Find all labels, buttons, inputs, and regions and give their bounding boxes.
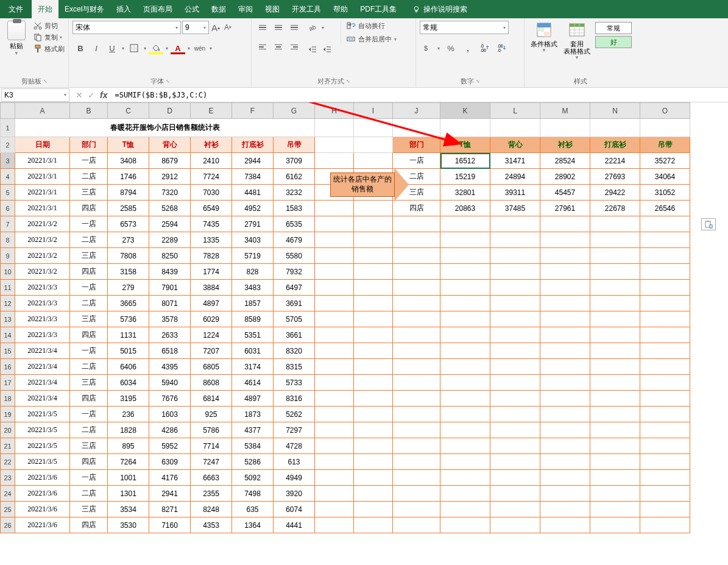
main-cell[interactable]: 3884 — [191, 280, 232, 296]
row-header-22[interactable]: 22 — [1, 454, 15, 470]
row-header-15[interactable]: 15 — [1, 343, 15, 359]
cell[interactable] — [490, 422, 540, 438]
main-cell[interactable]: 1224 — [191, 327, 232, 343]
italic-button[interactable]: I — [88, 41, 104, 55]
cell[interactable] — [440, 248, 490, 264]
cell[interactable] — [315, 327, 354, 343]
row-header-7[interactable]: 7 — [1, 216, 15, 232]
cell[interactable] — [315, 311, 354, 327]
main-cell[interactable]: 6406 — [108, 359, 149, 375]
cell[interactable] — [590, 359, 640, 375]
row-header-9[interactable]: 9 — [1, 248, 15, 264]
cell[interactable] — [440, 486, 490, 502]
cell[interactable] — [354, 454, 393, 470]
main-cell[interactable]: 925 — [191, 407, 232, 422]
summary-cell[interactable]: 四店 — [393, 201, 440, 216]
main-cell[interactable]: 20221/3/2 — [15, 216, 70, 232]
cell[interactable] — [490, 216, 540, 232]
main-cell[interactable]: 四店 — [70, 454, 108, 470]
main-cell[interactable]: 7297 — [274, 422, 315, 438]
main-cell[interactable]: 7207 — [191, 343, 232, 359]
main-cell[interactable]: 5268 — [149, 201, 191, 216]
menu-help[interactable]: 帮助 — [327, 0, 354, 18]
main-cell[interactable]: 20221/3/2 — [15, 248, 70, 264]
cell[interactable] — [393, 248, 440, 264]
cell[interactable] — [393, 486, 440, 502]
main-cell[interactable]: 635 — [232, 502, 274, 517]
main-cell[interactable]: 2633 — [149, 327, 191, 343]
cell[interactable] — [440, 216, 490, 232]
row-header-24[interactable]: 24 — [1, 486, 15, 502]
cell[interactable] — [540, 119, 590, 137]
main-cell[interactable]: 5384 — [232, 438, 274, 454]
main-cell[interactable]: 5719 — [232, 248, 274, 264]
cell[interactable] — [590, 343, 640, 359]
main-cell[interactable]: 5092 — [232, 470, 274, 486]
main-cell[interactable]: 4286 — [149, 422, 191, 438]
main-cell[interactable]: 4679 — [274, 232, 315, 248]
column-header-B[interactable]: B — [70, 103, 108, 119]
decrease-font-button[interactable]: A▾ — [222, 21, 233, 34]
cell[interactable] — [590, 119, 640, 137]
alignment-launcher[interactable]: ⤡ — [346, 79, 350, 84]
main-cell[interactable]: 6805 — [191, 359, 232, 375]
insert-function-button[interactable]: fx — [100, 90, 107, 100]
main-cell[interactable]: 4353 — [191, 517, 232, 533]
main-cell[interactable]: 7247 — [191, 454, 232, 470]
main-cell[interactable]: 7808 — [108, 248, 149, 264]
cell[interactable] — [590, 280, 640, 296]
summary-cell[interactable]: 27961 — [540, 201, 590, 216]
cell[interactable] — [440, 375, 490, 391]
cell[interactable] — [354, 502, 393, 517]
format-as-table-button[interactable]: 套用 表格格式▼ — [561, 21, 593, 76]
cell[interactable] — [440, 280, 490, 296]
cell[interactable] — [393, 359, 440, 375]
row-header-2[interactable]: 2 — [1, 137, 15, 153]
main-cell[interactable]: 7384 — [232, 169, 274, 185]
cell[interactable] — [640, 502, 690, 517]
cell-style-normal[interactable]: 常规 — [595, 22, 632, 34]
main-cell[interactable]: 5705 — [274, 311, 315, 327]
main-cell[interactable]: 8271 — [149, 502, 191, 517]
cell[interactable] — [315, 407, 354, 422]
cell[interactable] — [640, 359, 690, 375]
cell[interactable] — [640, 232, 690, 248]
main-cell[interactable]: 二店 — [70, 232, 108, 248]
main-cell[interactable]: 5940 — [149, 375, 191, 391]
cell[interactable] — [540, 343, 590, 359]
column-header-A[interactable]: A — [15, 103, 70, 119]
main-cell[interactable]: 3691 — [274, 296, 315, 311]
summary-header-3[interactable]: 衬衫 — [540, 137, 590, 153]
summary-cell[interactable]: 22214 — [590, 153, 640, 169]
main-cell[interactable]: 2912 — [149, 169, 191, 185]
column-header-M[interactable]: M — [540, 103, 590, 119]
main-cell[interactable]: 3920 — [274, 486, 315, 502]
format-painter-button[interactable]: 格式刷 — [33, 44, 65, 54]
column-header-H[interactable]: H — [315, 103, 354, 119]
main-cell[interactable]: 3408 — [108, 153, 149, 169]
cell[interactable] — [315, 248, 354, 264]
tell-me-search[interactable]: 操作说明搜索 — [406, 0, 473, 18]
cell[interactable] — [354, 517, 393, 533]
summary-cell[interactable]: 31471 — [490, 153, 540, 169]
align-middle-button[interactable] — [271, 21, 286, 34]
main-cell[interactable]: 20221/3/1 — [15, 201, 70, 216]
row-header-26[interactable]: 26 — [1, 517, 15, 533]
main-cell[interactable]: 4897 — [232, 391, 274, 407]
menu-review[interactable]: 审阅 — [232, 0, 259, 18]
main-cell[interactable]: 2355 — [191, 486, 232, 502]
main-cell[interactable]: 7320 — [149, 185, 191, 201]
main-cell[interactable]: 20221/3/2 — [15, 264, 70, 280]
main-cell[interactable]: 8315 — [274, 359, 315, 375]
main-cell[interactable]: 四店 — [70, 201, 108, 216]
main-cell[interactable]: 二店 — [70, 422, 108, 438]
summary-cell[interactable]: 27693 — [590, 169, 640, 185]
column-header-F[interactable]: F — [232, 103, 274, 119]
summary-cell[interactable]: 28902 — [540, 169, 590, 185]
cell[interactable] — [640, 343, 690, 359]
cell[interactable] — [315, 119, 354, 137]
clipboard-launcher[interactable]: ⤡ — [43, 79, 48, 84]
borders-dropdown[interactable]: ▾ — [142, 41, 148, 55]
main-cell[interactable]: 20221/3/1 — [15, 153, 70, 169]
cell[interactable] — [590, 486, 640, 502]
